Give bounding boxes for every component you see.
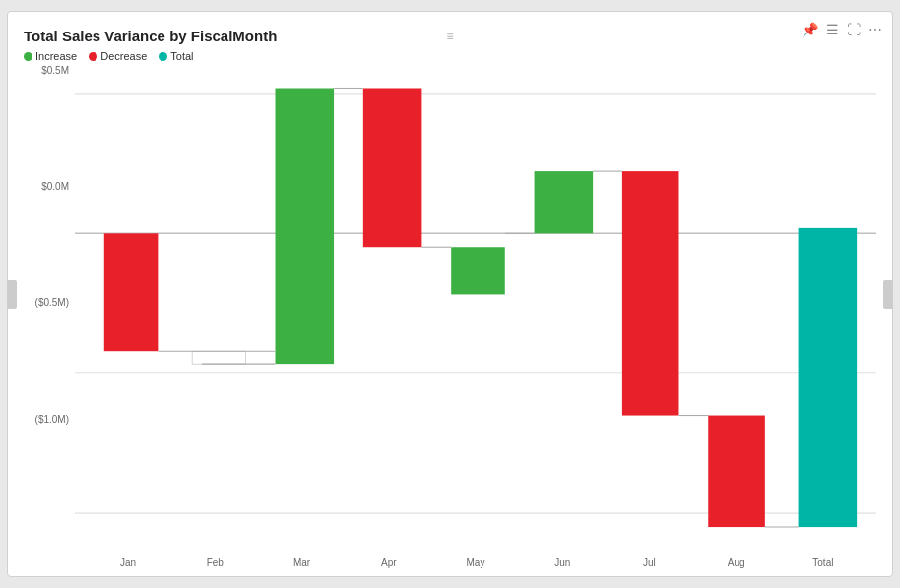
y-axis: $0.5M $0.0M ($0.5M) ($1.0M) x (24, 66, 75, 568)
more-icon[interactable]: ⋯ (868, 22, 882, 37)
pin-icon[interactable]: 📌 (802, 22, 818, 37)
legend-label-decrease: Decrease (100, 50, 147, 62)
x-label-total: Total (780, 557, 867, 568)
bar-jul[interactable] (622, 171, 679, 415)
filter-icon[interactable]: ☰ (826, 22, 839, 37)
x-label-may: May (432, 557, 519, 568)
legend-dot-decrease (89, 52, 97, 61)
bar-apr[interactable] (363, 88, 422, 247)
bar-jun[interactable] (535, 171, 594, 233)
resize-right-handle[interactable] (883, 280, 893, 309)
x-label-jul: Jul (606, 557, 692, 568)
x-label-apr: Apr (346, 557, 432, 568)
toolbar: 📌 ☰ ⛶ ⋯ (802, 22, 882, 37)
chart-inner: $0.5M $0.0M ($0.5M) ($1.0M) x (24, 66, 876, 568)
bar-aug[interactable] (708, 416, 765, 528)
x-label-feb: Feb (171, 557, 258, 568)
legend-dot-total (159, 52, 167, 61)
drag-handle[interactable]: ≡ (446, 30, 453, 43)
y-label-n05: ($0.5M) (24, 298, 75, 308)
y-label-00: $0.0M (24, 182, 75, 192)
y-label-05: $0.5M (24, 66, 75, 76)
x-labels: Jan Feb Mar Apr May Jun Jul Aug Total (75, 557, 876, 568)
x-label-jun: Jun (519, 557, 606, 568)
bar-may[interactable] (451, 247, 505, 294)
plot-area: Jan Feb Mar Apr May Jun Jul Aug Total (75, 66, 876, 568)
legend: Increase Decrease Total (24, 50, 876, 62)
svg-rect-6 (192, 351, 246, 364)
x-label-jan: Jan (85, 557, 171, 568)
bar-jan[interactable] (104, 233, 159, 351)
legend-item-decrease: Decrease (89, 50, 147, 62)
expand-icon[interactable]: ⛶ (847, 22, 861, 37)
bar-total[interactable] (799, 228, 858, 527)
legend-item-increase: Increase (24, 50, 77, 62)
legend-dot-increase (24, 52, 32, 61)
chart-svg (75, 66, 876, 541)
legend-label-total: Total (170, 50, 193, 62)
resize-left-handle[interactable] (7, 280, 17, 309)
x-label-mar: Mar (258, 557, 345, 568)
y-label-n10: ($1.0M) (24, 415, 75, 425)
chart-card: ≡ 📌 ☰ ⛶ ⋯ Total Sales Variance by Fiscal… (7, 11, 893, 577)
legend-label-increase: Increase (35, 50, 77, 62)
bar-mar[interactable] (276, 88, 335, 364)
x-label-aug: Aug (693, 557, 780, 568)
legend-item-total: Total (159, 50, 193, 62)
chart-area: $0.5M $0.0M ($0.5M) ($1.0M) x (24, 66, 876, 568)
